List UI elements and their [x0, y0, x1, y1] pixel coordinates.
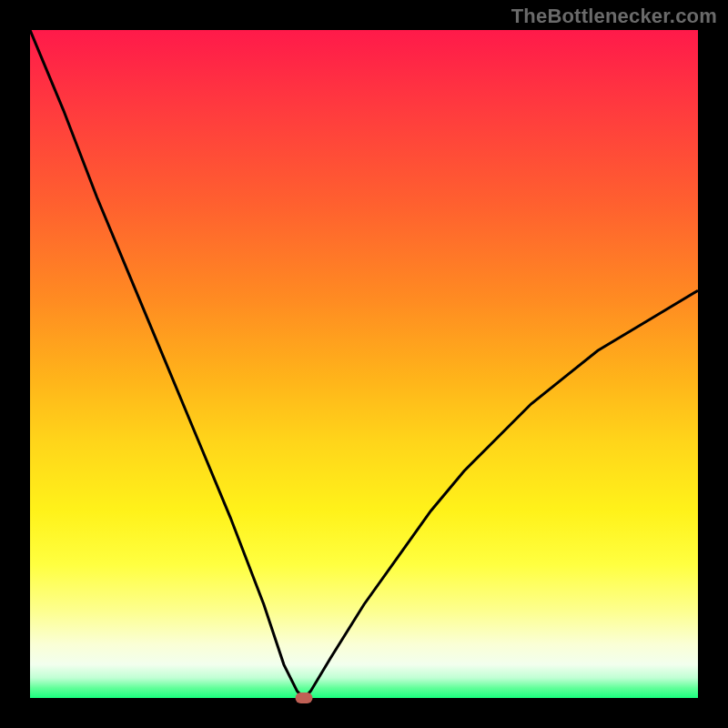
curve-path: [30, 30, 698, 698]
bottleneck-curve: [30, 30, 698, 698]
plot-area: [30, 30, 698, 698]
watermark-text: TheBottlenecker.com: [511, 5, 717, 28]
chart-frame: TheBottlenecker.com: [0, 0, 728, 728]
optimal-point-marker: [295, 693, 312, 703]
